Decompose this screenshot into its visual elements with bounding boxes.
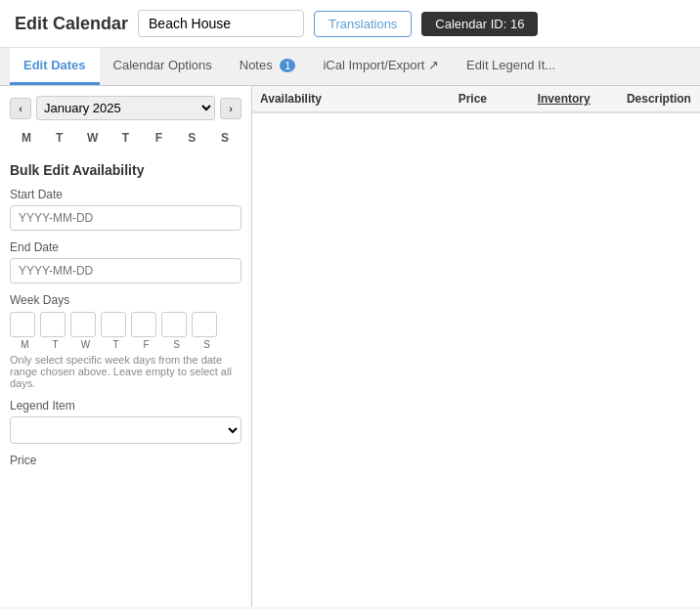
week-days-group: Week Days MTWTFSS Only select specific w… (10, 293, 241, 389)
tab-edit-legend[interactable]: Edit Legend It... (453, 48, 569, 85)
weekday-labels: MTWTFSS (10, 339, 241, 350)
calendar-id-button[interactable]: Calendar ID: 16 (421, 12, 538, 36)
cal-header-wed: W (76, 128, 109, 148)
notes-badge: 1 (280, 59, 295, 72)
col-header-price: Price (451, 86, 530, 112)
cal-header-thu: T (109, 128, 143, 148)
tab-bar: Edit Dates Calendar Options Notes 1 iCal… (0, 48, 700, 86)
tab-edit-dates[interactable]: Edit Dates (10, 48, 100, 85)
cal-header-tue: T (43, 128, 76, 148)
legend-item-label: Legend Item (10, 399, 241, 413)
weekday-thu[interactable] (101, 312, 126, 337)
end-date-group: End Date (10, 240, 241, 283)
legend-item-select[interactable] (10, 416, 241, 444)
weekday-sun[interactable] (192, 312, 217, 337)
cal-header-mon: M (10, 128, 43, 148)
tab-ical[interactable]: iCal Import/Export ↗ (309, 48, 453, 85)
tab-notes[interactable]: Notes 1 (226, 48, 310, 85)
property-name-input[interactable] (138, 10, 304, 37)
month-select[interactable]: January 2025 (36, 96, 215, 120)
start-date-input[interactable] (10, 205, 241, 231)
help-text: Only select specific week days from the … (10, 354, 241, 389)
weekday-checkboxes (10, 312, 241, 337)
col-header-description: Description (619, 86, 700, 112)
bulk-edit-section: Bulk Edit Availability Start Date End Da… (10, 162, 241, 467)
weekday-tue[interactable] (40, 312, 66, 337)
end-date-input[interactable] (10, 258, 241, 283)
cal-header-sun: S (208, 128, 241, 148)
price-group: Price (10, 454, 241, 467)
availability-table: Availability Price Inventory Description (252, 86, 700, 113)
prev-month-button[interactable]: ‹ (10, 98, 31, 119)
calendar-grid: M T W T F S S (10, 128, 241, 148)
price-label: Price (10, 454, 241, 467)
page-title: Edit Calendar (15, 14, 128, 34)
weekday-mon[interactable] (10, 312, 35, 337)
weekday-sat[interactable] (161, 312, 187, 337)
weekday-wed[interactable] (70, 312, 96, 337)
weekday-fri[interactable] (131, 312, 156, 337)
main-content: ‹ January 2025 › M T W T F S S (0, 86, 700, 607)
start-date-label: Start Date (10, 188, 241, 201)
bulk-edit-title: Bulk Edit Availability (10, 162, 241, 178)
start-date-group: Start Date (10, 188, 241, 231)
calendar: ‹ January 2025 › M T W T F S S (10, 96, 241, 148)
tab-calendar-options[interactable]: Calendar Options (100, 48, 226, 85)
week-days-label: Week Days (10, 293, 241, 307)
end-date-label: End Date (10, 240, 241, 254)
legend-item-group: Legend Item (10, 399, 241, 444)
right-panel: Availability Price Inventory Description (252, 86, 700, 607)
cal-header-fri: F (142, 128, 175, 148)
calendar-nav: ‹ January 2025 › (10, 96, 241, 120)
next-month-button[interactable]: › (220, 98, 241, 119)
cal-header-sat: S (175, 128, 208, 148)
left-panel: ‹ January 2025 › M T W T F S S (0, 86, 252, 607)
translations-button[interactable]: Translations (314, 11, 412, 37)
col-header-inventory: Inventory (530, 86, 619, 112)
header: Edit Calendar Translations Calendar ID: … (0, 0, 700, 48)
col-header-availability: Availability (252, 86, 451, 112)
